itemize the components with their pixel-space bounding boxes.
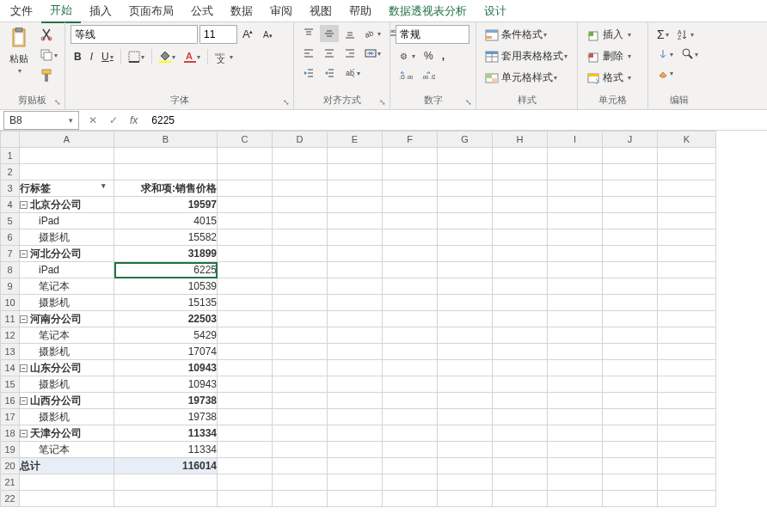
row-header-3[interactable]: 3	[1, 180, 20, 197]
cell-A13[interactable]: 摄影机	[20, 344, 114, 360]
name-box-dropdown-icon[interactable]: ▾	[69, 116, 73, 125]
cell-J6[interactable]	[603, 229, 658, 246]
cell-K18[interactable]	[658, 425, 716, 442]
paste-button[interactable]	[5, 25, 33, 51]
copy-button[interactable]: ▾	[36, 46, 61, 64]
phonetic-button[interactable]: wén文▾	[212, 47, 236, 66]
cell-A9[interactable]: 笔记本	[20, 278, 114, 295]
cell-A2[interactable]	[20, 164, 114, 180]
tab-review[interactable]: 审阅	[261, 0, 301, 22]
cell-H8[interactable]	[493, 262, 548, 278]
cell-E20[interactable]	[328, 458, 383, 474]
row-header-13[interactable]: 13	[1, 344, 20, 360]
cell-G3[interactable]	[438, 180, 493, 197]
tab-design[interactable]: 设计	[476, 0, 515, 22]
cell-A10[interactable]: 摄影机	[20, 295, 114, 311]
row-header-19[interactable]: 19	[1, 442, 20, 458]
cell-B6[interactable]: 15582	[114, 229, 218, 246]
select-all-cell[interactable]	[1, 131, 20, 148]
cell-J4[interactable]	[603, 197, 658, 213]
cell-H17[interactable]	[493, 409, 548, 425]
row-header-2[interactable]: 2	[1, 164, 20, 180]
cell-K4[interactable]	[658, 197, 716, 213]
cell-E9[interactable]	[328, 278, 383, 295]
cell-D6[interactable]	[273, 229, 328, 246]
cell-G18[interactable]	[438, 425, 493, 442]
row-header-11[interactable]: 11	[1, 311, 20, 327]
cell-F3[interactable]	[383, 180, 438, 197]
cell-D14[interactable]	[273, 360, 328, 376]
cell-D21[interactable]	[273, 474, 328, 491]
cell-C18[interactable]	[218, 425, 273, 442]
cell-G21[interactable]	[438, 474, 493, 491]
cell-G11[interactable]	[438, 311, 493, 327]
cell-K7[interactable]	[658, 246, 716, 262]
cell-D11[interactable]	[273, 311, 328, 327]
cell-F12[interactable]	[383, 327, 438, 344]
cell-A14[interactable]: −山东分公司	[20, 360, 114, 376]
cell-B10[interactable]: 15135	[114, 295, 218, 311]
row-header-7[interactable]: 7	[1, 246, 20, 262]
cell-F9[interactable]	[383, 278, 438, 295]
pivot-collapse-icon[interactable]: −	[20, 397, 28, 405]
cell-C8[interactable]	[218, 262, 273, 278]
cell-J3[interactable]	[603, 180, 658, 197]
row-header-4[interactable]: 4	[1, 197, 20, 213]
cell-G6[interactable]	[438, 229, 493, 246]
row-header-15[interactable]: 15	[1, 376, 20, 393]
fill-color-button[interactable]: ▾	[156, 48, 179, 65]
cell-J1[interactable]	[603, 148, 658, 164]
cell-C16[interactable]	[218, 393, 273, 409]
cell-K19[interactable]	[658, 442, 716, 458]
cell-A15[interactable]: 摄影机	[20, 376, 114, 393]
cell-F19[interactable]	[383, 442, 438, 458]
cell-D18[interactable]	[273, 425, 328, 442]
cell-H4[interactable]	[493, 197, 548, 213]
italic-button[interactable]: I	[87, 48, 96, 65]
cell-C15[interactable]	[218, 376, 273, 393]
cell-I16[interactable]	[548, 393, 603, 409]
font-color-button[interactable]: A▾	[181, 48, 204, 65]
tab-insert[interactable]: 插入	[81, 0, 120, 22]
cell-E5[interactable]	[328, 213, 383, 229]
cell-D22[interactable]	[273, 491, 328, 507]
cell-B18[interactable]: 11334	[114, 425, 218, 442]
col-header-F[interactable]: F	[383, 131, 438, 148]
merge-button[interactable]: ▾	[361, 45, 384, 62]
row-header-6[interactable]: 6	[1, 229, 20, 246]
cell-K5[interactable]	[658, 213, 716, 229]
cell-B20[interactable]: 116014	[114, 458, 218, 474]
pivot-collapse-icon[interactable]: −	[20, 201, 28, 209]
sort-filter-button[interactable]: AZ▾	[674, 26, 697, 43]
cell-A20[interactable]: 总计	[20, 458, 114, 474]
cell-I19[interactable]	[548, 442, 603, 458]
cell-D7[interactable]	[273, 246, 328, 262]
cell-K10[interactable]	[658, 295, 716, 311]
row-header-12[interactable]: 12	[1, 327, 20, 344]
pivot-collapse-icon[interactable]: −	[20, 430, 28, 437]
cell-K13[interactable]	[658, 344, 716, 360]
cell-G13[interactable]	[438, 344, 493, 360]
cell-I1[interactable]	[548, 148, 603, 164]
row-header-16[interactable]: 16	[1, 393, 20, 409]
cell-J10[interactable]	[603, 295, 658, 311]
autosum-button[interactable]: Σ▾	[653, 25, 672, 44]
cell-G5[interactable]	[438, 213, 493, 229]
cell-H5[interactable]	[493, 213, 548, 229]
cell-A19[interactable]: 笔记本	[20, 442, 114, 458]
tab-pagelayout[interactable]: 页面布局	[120, 0, 182, 22]
row-header-9[interactable]: 9	[1, 278, 20, 295]
cell-K1[interactable]	[658, 148, 716, 164]
cut-button[interactable]	[36, 25, 61, 44]
cell-J11[interactable]	[603, 311, 658, 327]
alignment-launcher-icon[interactable]: ⤡	[377, 96, 388, 107]
clipboard-launcher-icon[interactable]: ⤡	[52, 96, 63, 107]
cell-D20[interactable]	[273, 458, 328, 474]
cell-G17[interactable]	[438, 409, 493, 425]
cell-G20[interactable]	[438, 458, 493, 474]
enter-formula-button[interactable]: ✓	[106, 113, 121, 128]
cell-D17[interactable]	[273, 409, 328, 425]
cell-I8[interactable]	[548, 262, 603, 278]
row-header-20[interactable]: 20	[1, 458, 20, 474]
cell-E15[interactable]	[328, 376, 383, 393]
